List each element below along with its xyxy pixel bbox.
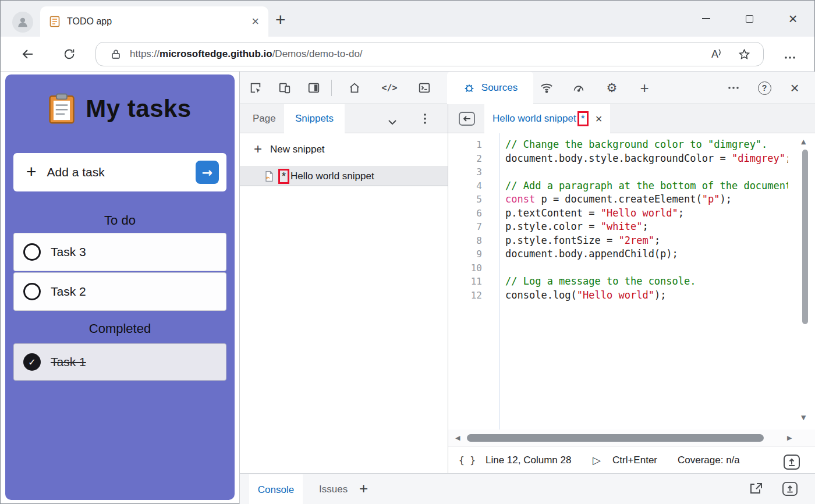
refresh-button[interactable] [59, 45, 80, 63]
browser-navbar: https://microsoftedge.github.io/Demos/de… [1, 37, 814, 72]
task-checkbox[interactable] [23, 243, 41, 261]
annotation-box-unsaved-tab: * [577, 111, 589, 126]
close-button[interactable]: × [781, 9, 805, 29]
browser-tab[interactable]: TODO app × [40, 6, 268, 37]
close-devtools-button[interactable]: × [783, 76, 806, 100]
todo-app-panel: My tasks + Add a task → To do Task 3 Tas… [5, 74, 235, 500]
back-button[interactable] [17, 45, 38, 63]
home-icon [348, 81, 361, 94]
task-checkbox-checked[interactable]: ✓ [23, 353, 41, 371]
task-checkbox[interactable] [23, 283, 41, 300]
scroll-up-arrow[interactable]: ▲ [801, 138, 806, 145]
performance-tool-button[interactable] [567, 76, 590, 100]
plus-icon: + [26, 162, 37, 182]
bug-icon [463, 81, 476, 94]
ellipsis-icon [728, 86, 739, 90]
run-shortcut-label: Ctrl+Enter [612, 446, 657, 474]
maximize-button[interactable] [738, 9, 761, 29]
url-host: microsoftedge.github.io [160, 48, 272, 59]
scroll-right-arrow[interactable]: ▶ [787, 434, 792, 442]
pretty-print-button[interactable]: { } [459, 446, 476, 474]
panel-collapse-left-icon [459, 112, 475, 126]
code-editor[interactable]: 123456789101112 // Change the background… [448, 133, 815, 430]
dock-side-button[interactable] [302, 76, 325, 100]
url-path: /Demos/demo-to-do/ [272, 48, 363, 59]
more-tabs-button[interactable] [388, 116, 396, 128]
expand-drawer-button[interactable] [782, 482, 798, 499]
snippet-name: Hello world snippet [290, 171, 374, 182]
gear-icon: ⚙ [607, 81, 618, 95]
new-snippet-label: New snippet [270, 144, 325, 155]
editor-status-bar: { } Line 12, Column 28 ▷ Ctrl+Enter Cove… [448, 446, 815, 473]
unsaved-marker: * [581, 113, 585, 125]
more-drawer-tools-button[interactable]: + [359, 480, 368, 498]
help-button[interactable]: ? [753, 76, 776, 100]
minimize-button[interactable] [694, 9, 718, 29]
scroll-left-arrow[interactable]: ◀ [455, 434, 460, 442]
box-up-arrow-icon [782, 482, 798, 496]
customize-devtools-button[interactable] [722, 76, 745, 100]
tab-sources[interactable]: Sources [447, 72, 533, 104]
kebab-menu-icon [424, 113, 426, 124]
horizontal-scrollbar[interactable]: ◀ ▶ [448, 430, 815, 446]
dock-drawer-button[interactable] [749, 482, 763, 498]
devtools-panel: </> Sources ⚙ + [239, 72, 815, 504]
code-content[interactable]: // Change the background color to "dimgr… [505, 138, 788, 302]
vertical-scrollbar-thumb[interactable] [802, 150, 808, 324]
application-tool-button[interactable]: ⚙ [600, 76, 623, 100]
navigator-menu-button[interactable] [424, 113, 426, 127]
arrow-right-icon: → [202, 165, 212, 180]
tab-close-icon[interactable]: × [251, 15, 259, 28]
run-snippet-icon: ▷ [593, 446, 601, 474]
profile-avatar[interactable] [12, 12, 33, 33]
chevron-down-icon [388, 120, 396, 125]
maximize-icon [746, 15, 753, 23]
inspect-button[interactable] [244, 76, 267, 100]
drawer-tab-console[interactable]: Console [249, 474, 303, 504]
tab-snippets[interactable]: Snippets [284, 104, 345, 133]
tab-page[interactable]: Page [240, 104, 289, 133]
task-row[interactable]: Task 2 [13, 272, 226, 311]
read-aloud-button[interactable]: A [711, 48, 723, 61]
horizontal-scrollbar-thumb[interactable] [467, 434, 764, 442]
url-text: https://microsoftedge.github.io/Demos/de… [130, 48, 711, 60]
device-toolbar-button[interactable] [273, 76, 296, 100]
unsaved-marker: * [282, 171, 286, 183]
close-tab-icon[interactable]: × [596, 112, 603, 126]
editor-tab-hello-world-snippet[interactable]: Hello world snippet * × [484, 104, 610, 133]
more-tools-button[interactable]: + [633, 76, 656, 100]
devtools-drawer: Console Issues + [240, 473, 815, 504]
hide-navigator-button[interactable] [459, 112, 475, 129]
console-tool-button[interactable] [413, 76, 436, 100]
browser-menu-button[interactable] [779, 48, 800, 67]
page-favicon-icon [49, 16, 60, 27]
sources-editor: Hello world snippet * × 123456789101112 … [448, 104, 815, 473]
add-task-submit-button[interactable]: → [196, 161, 219, 184]
scroll-down-arrow[interactable]: ▼ [801, 414, 806, 421]
drawer-tab-issues[interactable]: Issues [311, 474, 356, 504]
browser-titlebar: TODO app × + × [1, 1, 814, 37]
add-task-input[interactable]: + Add a task → [13, 153, 226, 191]
annotation-box-unsaved-list: * [278, 169, 289, 184]
sources-navigator: Page Snippets + New snippet * Hello worl… [240, 104, 448, 473]
lock-icon[interactable] [111, 49, 121, 59]
new-tab-button[interactable]: + [275, 10, 286, 30]
toolbar-separator [331, 80, 332, 96]
favorites-star-icon[interactable] [738, 48, 750, 61]
minimize-icon [702, 18, 710, 19]
url-scheme: https:// [130, 48, 160, 59]
snippet-list-item[interactable]: * Hello world snippet [240, 166, 448, 186]
address-bar[interactable]: https://microsoftedge.github.io/Demos/de… [95, 42, 764, 66]
console-icon [418, 81, 431, 94]
elements-tool-button[interactable]: </> [378, 76, 401, 100]
add-task-label: Add a task [47, 165, 196, 179]
network-tool-button[interactable] [535, 76, 558, 100]
task-row[interactable]: Task 3 [13, 233, 226, 271]
task-row[interactable]: ✓ Task 1 [13, 343, 226, 381]
welcome-tool-button[interactable] [343, 76, 366, 100]
wifi-icon [540, 81, 553, 94]
new-snippet-button[interactable]: + New snippet [240, 139, 325, 160]
gauge-icon [572, 81, 585, 94]
plus-icon: + [640, 79, 649, 97]
cursor-position: Line 12, Column 28 [486, 446, 571, 474]
